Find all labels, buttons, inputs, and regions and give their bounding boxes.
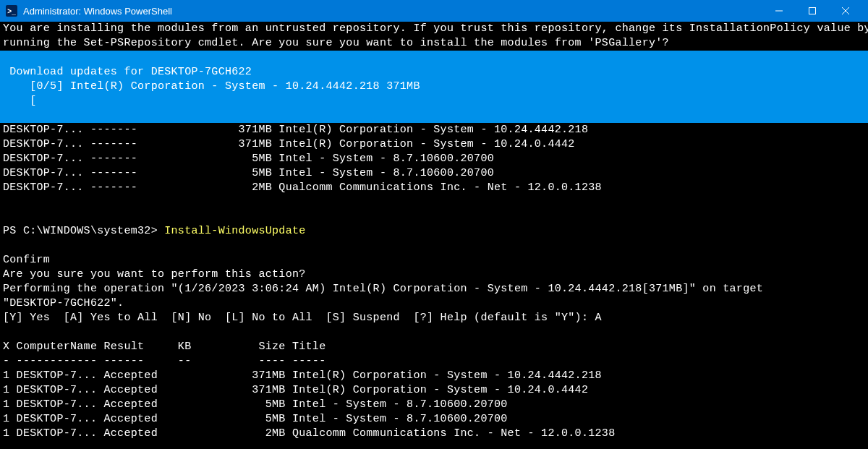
warning-text: running the Set-PSRepository cmdlet. Are… <box>0 36 868 51</box>
table-row: 1 DESKTOP-7... Accepted 5MB Intel - Syst… <box>0 412 868 427</box>
progress-title: Download updates for DESKTOP-7GCH622 <box>0 65 868 80</box>
table-row: 1 DESKTOP-7... Accepted 5MB Intel - Syst… <box>0 398 868 412</box>
maximize-button[interactable] <box>796 0 829 22</box>
table-separator: - ------------ ------ -- ---- ----- <box>0 354 868 369</box>
list-item: DESKTOP-7... ------- 5MB Intel - System … <box>0 166 868 181</box>
confirm-header: Confirm <box>0 253 868 268</box>
progress-blank <box>0 108 868 123</box>
close-button[interactable] <box>829 0 862 22</box>
svg-rect-1 <box>809 8 816 14</box>
table-row: 1 DESKTOP-7... Accepted 371MB Intel(R) C… <box>0 369 868 383</box>
progress-item: [0/5] Intel(R) Corporation - System - 10… <box>0 80 868 94</box>
progress-bar: [ ] <box>0 94 868 108</box>
minimize-button[interactable] <box>762 0 796 22</box>
window-title: Administrator: Windows PowerShell <box>23 6 762 17</box>
blank-line <box>0 210 868 224</box>
confirm-operation: Performing the operation "(1/26/2023 3:0… <box>0 282 868 296</box>
powershell-icon: >_ <box>6 5 17 17</box>
prompt-line: PS C:\WINDOWS\system32> Install-WindowsU… <box>0 224 868 239</box>
table-row: 1 DESKTOP-7... Accepted 2MB Qualcomm Com… <box>0 427 868 441</box>
prompt-prefix: PS C:\WINDOWS\system32> <box>3 225 164 237</box>
blank-line <box>0 239 868 253</box>
command-text: Install-WindowsUpdate <box>164 225 305 237</box>
warning-text: You are installing the modules from an u… <box>0 22 868 36</box>
list-item: DESKTOP-7... ------- 2MB Qualcomm Commun… <box>0 181 868 195</box>
confirm-question: Are you sure you want to perform this ac… <box>0 268 868 282</box>
window-titlebar[interactable]: >_ Administrator: Windows PowerShell <box>0 0 868 22</box>
table-row: 1 DESKTOP-7... Accepted 371MB Intel(R) C… <box>0 383 868 398</box>
list-item: DESKTOP-7... ------- 371MB Intel(R) Corp… <box>0 137 868 152</box>
terminal-output[interactable]: You are installing the modules from an u… <box>0 22 868 441</box>
confirm-operation: "DESKTOP-7GCH622". <box>0 296 868 311</box>
table-header: X ComputerName Result KB Size Title <box>0 340 868 354</box>
progress-blank <box>0 51 868 65</box>
blank-line <box>0 325 868 340</box>
window-controls <box>762 0 862 22</box>
list-item: DESKTOP-7... ------- 5MB Intel - System … <box>0 152 868 166</box>
confirm-choices: [Y] Yes [A] Yes to All [N] No [L] No to … <box>0 311 868 325</box>
list-item: DESKTOP-7... ------- 371MB Intel(R) Corp… <box>0 123 868 137</box>
progress-pane: Download updates for DESKTOP-7GCH622 [0/… <box>0 51 868 123</box>
blank-line <box>0 195 868 210</box>
